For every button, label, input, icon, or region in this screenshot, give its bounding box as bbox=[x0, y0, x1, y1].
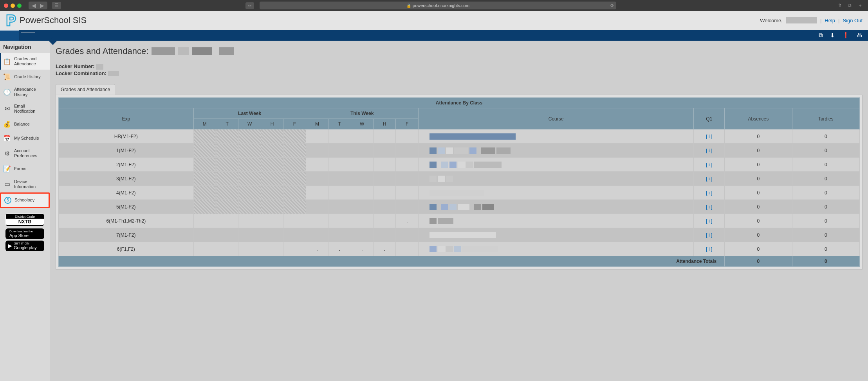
last-week-cell bbox=[261, 129, 283, 144]
sidebar-item-grade-history[interactable]: 📜 Grade History bbox=[0, 70, 50, 84]
absences-cell[interactable]: 0 bbox=[725, 172, 792, 186]
absences-cell[interactable]: 0 bbox=[725, 214, 792, 228]
q1-info-link[interactable]: [ i ] bbox=[706, 190, 712, 196]
close-window-icon[interactable] bbox=[4, 4, 8, 8]
new-tab-icon[interactable]: ＋ bbox=[856, 2, 864, 9]
absences-cell[interactable]: 0 bbox=[725, 158, 792, 172]
nav-tab-inactive[interactable] bbox=[19, 30, 38, 41]
address-bar[interactable]: 🔒 powerschool.nrcaknights.com ⟳ bbox=[260, 2, 616, 9]
tardies-cell[interactable]: 0 bbox=[792, 129, 859, 144]
popout-icon[interactable]: ⧉ bbox=[819, 32, 823, 39]
course-cell[interactable] bbox=[418, 200, 694, 214]
tardies-cell[interactable]: 0 bbox=[792, 242, 859, 256]
q1-info-link[interactable]: [ i ] bbox=[706, 176, 712, 182]
download-icon[interactable]: ⬇ bbox=[830, 32, 835, 39]
absences-cell[interactable]: 0 bbox=[725, 186, 792, 200]
sidebar-item-balance[interactable]: 💰 Balance bbox=[0, 117, 50, 131]
signout-link[interactable]: Sign Out bbox=[843, 18, 863, 23]
sidebar-item-attendance-history[interactable]: 🕒 Attendance History bbox=[0, 84, 50, 100]
course-cell[interactable] bbox=[418, 129, 694, 144]
powerschool-logo[interactable]: PowerSchool SIS bbox=[5, 14, 87, 27]
last-week-cell bbox=[283, 186, 306, 200]
sidebar-toggle-icon[interactable]: ☰ bbox=[52, 2, 61, 9]
course-name-redacted bbox=[438, 176, 445, 182]
course-cell[interactable] bbox=[418, 158, 694, 172]
app-store-badge[interactable]: Download on theApp Store bbox=[5, 228, 44, 239]
google-play-badge[interactable]: ▶ GET IT ONGoogle play bbox=[5, 241, 44, 251]
day-header: M bbox=[193, 119, 216, 129]
this-week-cell bbox=[351, 228, 373, 242]
course-name-redacted bbox=[429, 218, 437, 224]
absences-cell[interactable]: 0 bbox=[725, 242, 792, 256]
last-week-cell bbox=[283, 158, 306, 172]
browser-chrome: ◀ ▶ ☰ ☲ 🔒 powerschool.nrcaknights.com ⟳ … bbox=[0, 0, 868, 11]
sidebar-item-email-notification[interactable]: ✉ Email Notification bbox=[0, 101, 50, 117]
course-cell[interactable] bbox=[418, 214, 694, 228]
tardies-cell[interactable]: 0 bbox=[792, 214, 859, 228]
tabs-overview-icon[interactable]: ⧉ bbox=[846, 3, 853, 8]
sidebar-item-forms[interactable]: 📝 Forms bbox=[0, 162, 50, 176]
powerschool-logo-icon bbox=[5, 14, 16, 27]
absences-cell[interactable]: 0 bbox=[725, 228, 792, 242]
tardies-cell[interactable]: 0 bbox=[792, 172, 859, 186]
share-icon[interactable]: ⇧ bbox=[836, 3, 843, 8]
q1-info-link[interactable]: [ i ] bbox=[706, 162, 712, 167]
q1-info-link[interactable]: [ i ] bbox=[706, 218, 712, 224]
sidebar-item-device-information[interactable]: ▭ Device Information bbox=[0, 176, 50, 192]
course-cell[interactable] bbox=[418, 186, 694, 200]
absences-cell[interactable]: 0 bbox=[725, 200, 792, 214]
q1-cell: [ i ] bbox=[694, 186, 725, 200]
tardies-cell[interactable]: 0 bbox=[792, 186, 859, 200]
q1-info-link[interactable]: [ i ] bbox=[706, 204, 712, 210]
this-week-cell bbox=[306, 129, 328, 144]
forward-icon: ▶ bbox=[38, 2, 46, 9]
absences-cell[interactable]: 0 bbox=[725, 129, 792, 144]
q1-info-link[interactable]: [ i ] bbox=[706, 148, 712, 153]
this-week-cell bbox=[373, 200, 395, 214]
this-week-cell bbox=[373, 144, 395, 158]
last-week-cell bbox=[193, 200, 216, 214]
course-cell[interactable] bbox=[418, 144, 694, 158]
locker-combo-redacted bbox=[108, 71, 119, 76]
sidebar-item-my-schedule[interactable]: 📅 My Schedule bbox=[0, 131, 50, 145]
day-header: T bbox=[328, 119, 351, 129]
q1-info-link[interactable]: [ i ] bbox=[706, 134, 712, 139]
district-code-label: District Code bbox=[6, 215, 44, 219]
nav-tab-active[interactable] bbox=[0, 30, 19, 41]
reader-mode-icon[interactable]: ☲ bbox=[245, 2, 254, 9]
tardies-cell[interactable]: 0 bbox=[792, 144, 859, 158]
tardies-cell[interactable]: 0 bbox=[792, 200, 859, 214]
reload-icon[interactable]: ⟳ bbox=[610, 3, 614, 8]
this-week-cell bbox=[328, 228, 351, 242]
back-icon[interactable]: ◀ bbox=[30, 2, 38, 9]
this-week-cell: . bbox=[373, 242, 395, 256]
help-link[interactable]: Help bbox=[825, 18, 835, 23]
tardies-cell[interactable]: 0 bbox=[792, 158, 859, 172]
student-name-redacted bbox=[219, 47, 234, 55]
maximize-window-icon[interactable] bbox=[17, 4, 22, 8]
student-name-redacted bbox=[152, 47, 175, 55]
sidebar-item-grades-attendance[interactable]: 📋 Grades and Attendance bbox=[0, 53, 50, 70]
course-cell[interactable] bbox=[418, 228, 694, 242]
print-icon[interactable]: 🖶 bbox=[857, 32, 863, 39]
sidebar-item-label: Balance bbox=[14, 122, 30, 127]
alert-icon[interactable]: ❗ bbox=[842, 32, 850, 39]
table-row: 6(F1,F2)....[ i ]00 bbox=[59, 242, 860, 256]
q1-info-link[interactable]: [ i ] bbox=[706, 232, 712, 238]
minimize-window-icon[interactable] bbox=[11, 4, 15, 8]
course-name-redacted bbox=[474, 162, 502, 168]
tab-grades-attendance[interactable]: Grades and Attendance bbox=[56, 84, 115, 95]
last-week-cell bbox=[238, 242, 261, 256]
absences-cell[interactable]: 0 bbox=[725, 144, 792, 158]
schoology-icon: S bbox=[4, 197, 11, 204]
tardies-cell[interactable]: 0 bbox=[792, 228, 859, 242]
course-cell[interactable] bbox=[418, 172, 694, 186]
course-name-redacted bbox=[454, 246, 461, 252]
sidebar-item-schoology[interactable]: S Schoology bbox=[0, 192, 50, 208]
q1-info-link[interactable]: [ i ] bbox=[706, 246, 712, 252]
sidebar-item-label: Attendance History bbox=[14, 87, 47, 97]
this-week-cell: . bbox=[396, 214, 418, 228]
app-navbar: ⧉ ⬇ ❗ 🖶 bbox=[0, 30, 868, 41]
sidebar-item-account-preferences[interactable]: ⚙ Account Preferences bbox=[0, 145, 50, 162]
course-cell[interactable] bbox=[418, 242, 694, 256]
